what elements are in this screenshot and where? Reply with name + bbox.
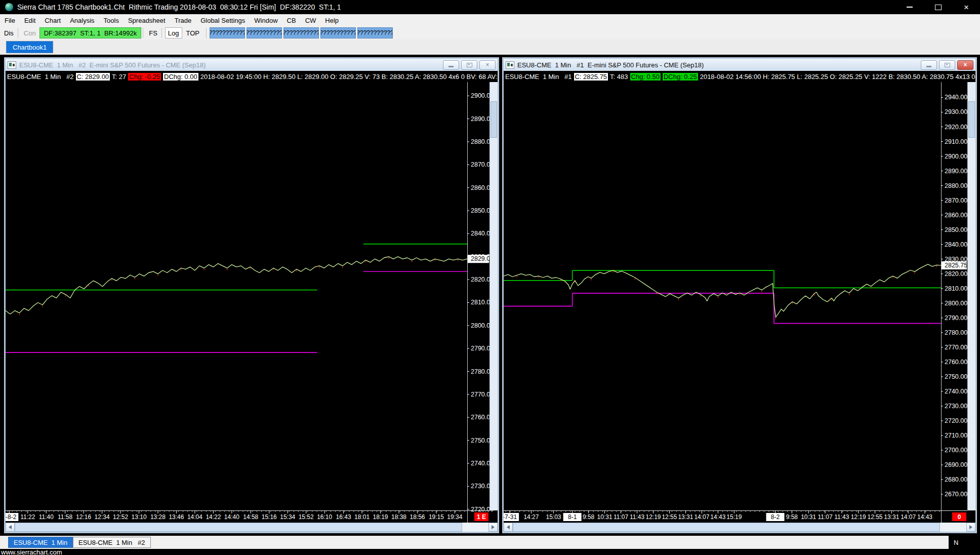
svg-text:11:07: 11:07 [614, 513, 628, 521]
chart-canvas[interactable]: 2940.002930.002920.002910.002900.002890.… [504, 82, 975, 523]
chart-canvas[interactable]: 2900.002890.002880.002870.002860.002850.… [6, 82, 498, 523]
horizontal-scrollbar-thumb[interactable] [15, 523, 462, 532]
svg-text:10:31: 10:31 [801, 513, 816, 521]
scrollbar-track[interactable] [462, 523, 488, 532]
svg-text:14:58: 14:58 [243, 513, 258, 521]
svg-text:11:43: 11:43 [834, 513, 849, 521]
menu-item-tools[interactable]: Tools [99, 14, 124, 26]
dis-button[interactable]: Dis [2, 28, 16, 38]
svg-text:2670.00: 2670.00 [945, 491, 967, 498]
scrollbar-track[interactable] [940, 523, 966, 532]
status-segment-1: C: 2829.00 [76, 73, 110, 81]
feed-indicator: 0 [952, 512, 966, 521]
svg-text:2890.00: 2890.00 [945, 168, 967, 175]
chart-window-titlebar[interactable]: ESU8-CME 1 Min #2 E-mini S&P 500 Futures… [6, 59, 498, 71]
vertical-scrollbar[interactable] [489, 82, 498, 510]
window-close-button[interactable]: × [957, 60, 973, 70]
status-segment-0: ESU8-CME 1 Min #2 [7, 73, 74, 81]
chart-tab-2[interactable]: ESU8-CME 1 Min #2 [73, 537, 151, 548]
chart-window-icon [506, 61, 514, 69]
fs-button[interactable]: FS [146, 28, 160, 38]
svg-text:14:07: 14:07 [694, 513, 709, 521]
chart-window-2: ESU8-CME 1 Min #1 E-mini S&P 500 Futures… [502, 57, 977, 533]
svg-text:3-8-2: 3-8-2 [6, 513, 17, 521]
close-button[interactable]: × [960, 3, 973, 12]
vertical-scrollbar-thumb[interactable] [968, 101, 975, 138]
app-icon [5, 3, 13, 11]
feed-indicator: 1 E [474, 512, 488, 521]
scroll-left-arrow[interactable] [6, 523, 15, 532]
svg-text:9:58: 9:58 [786, 513, 798, 521]
minimize-button[interactable] [903, 3, 916, 12]
horizontal-scrollbar[interactable] [504, 523, 975, 532]
svg-text:13:46: 13:46 [169, 513, 184, 521]
svg-text:2750.00: 2750.00 [945, 373, 967, 380]
menu-item-spreadsheet[interactable]: Spreadsheet [124, 14, 170, 26]
app-titlebar[interactable]: Sierra Chart 1785 Chartbook1.Cht Rithmic… [0, 0, 980, 14]
svg-text:15:34: 15:34 [280, 513, 295, 521]
menu-item-window[interactable]: Window [250, 14, 282, 26]
svg-text:11:43: 11:43 [630, 513, 644, 521]
toolbar-unknown-button-3[interactable]: ????????????? [283, 27, 319, 38]
tab-bar-right-label: N [949, 536, 980, 549]
con-button[interactable]: Con [21, 28, 38, 38]
svg-text:18:01: 18:01 [354, 513, 370, 521]
restore-button[interactable] [931, 3, 945, 12]
svg-text:14:22: 14:22 [206, 513, 221, 521]
scroll-right-arrow[interactable] [966, 523, 975, 532]
toolbar-unknown-button-5[interactable]: ????????????? [357, 27, 393, 38]
menu-item-edit[interactable]: Edit [20, 14, 40, 26]
menu-item-cw[interactable]: CW [301, 14, 321, 26]
toolbar-unknown-button-2[interactable]: ????????????? [247, 27, 282, 38]
svg-text:2770.00: 2770.00 [945, 344, 967, 351]
svg-text:9:58: 9:58 [583, 513, 595, 521]
status-segment-3: Chg: 0.50 [630, 73, 661, 81]
chart-window-titlebar[interactable]: ESU8-CME 1 Min #1 E-mini S&P 500 Futures… [504, 59, 975, 71]
svg-text:12:34: 12:34 [95, 513, 110, 521]
log-button[interactable]: Log [165, 27, 182, 38]
svg-text:15:16: 15:16 [262, 513, 277, 521]
svg-text:11:58: 11:58 [58, 513, 72, 521]
chartbook-tab-chartbook1[interactable]: Chartbook1 [6, 41, 53, 53]
svg-text:2740.00: 2740.00 [945, 388, 967, 395]
toolbar-unknown-button-4[interactable]: ????????????? [320, 27, 356, 38]
menu-item-help[interactable]: Help [320, 14, 343, 26]
chart-window-title: ESU8-CME 1 Min #2 E-mini S&P 500 Futures… [19, 61, 206, 69]
chart-status-line: ESU8-CME 1 Min #2C: 2829.00T: 27Chg: -0.… [6, 71, 498, 82]
menu-item-analysis[interactable]: Analysis [65, 14, 99, 26]
top-button[interactable]: TOP [184, 28, 202, 38]
svg-text:2930.00: 2930.00 [945, 108, 967, 115]
menu-item-file[interactable]: File [0, 14, 20, 26]
svg-text:2810.00: 2810.00 [945, 285, 967, 292]
svg-text:12:19: 12:19 [645, 513, 661, 521]
toolbar-unknown-button-1[interactable]: ????????????? [210, 27, 245, 38]
menu-item-global-settings[interactable]: Global Settings [196, 14, 250, 26]
svg-text:2910.00: 2910.00 [945, 138, 967, 145]
window-restore-button[interactable] [939, 60, 955, 70]
svg-text:11:22: 11:22 [20, 513, 35, 521]
scroll-left-arrow[interactable] [504, 523, 513, 532]
svg-text:-7-31: -7-31 [504, 513, 517, 521]
svg-text:13:28: 13:28 [150, 513, 166, 521]
toolbar-separator [206, 28, 207, 38]
horizontal-scrollbar[interactable] [6, 523, 498, 532]
menu-item-chart[interactable]: Chart [40, 14, 65, 26]
menu-item-trade[interactable]: Trade [170, 14, 196, 26]
scroll-right-arrow[interactable] [488, 523, 498, 532]
chart-window-title: ESU8-CME 1 Min #1 E-mini S&P 500 Futures… [517, 61, 704, 69]
status-segment-4: DChg: 0.00 [163, 73, 198, 81]
window-minimize-button[interactable] [443, 60, 459, 70]
app-title: Sierra Chart 1785 Chartbook1.Cht Rithmic… [17, 3, 341, 11]
svg-text:2730.00: 2730.00 [945, 403, 967, 410]
window-minimize-button[interactable] [921, 60, 937, 70]
horizontal-scrollbar-thumb[interactable] [513, 523, 940, 532]
chart-status-line: ESU8-CME 1 Min #1C: 2825.75T: 483Chg: 0.… [504, 71, 975, 82]
svg-text:2825.75: 2825.75 [945, 262, 967, 269]
svg-text:2850.00: 2850.00 [945, 226, 967, 233]
vertical-scrollbar-thumb[interactable] [491, 101, 497, 138]
window-close-button[interactable]: × [479, 60, 496, 70]
menu-item-cb[interactable]: CB [282, 14, 301, 26]
window-restore-button[interactable] [461, 60, 477, 70]
chart-tab-bar: N ESU8-CME 1 Min #1ESU8-CME 1 Min #2 [0, 536, 980, 549]
vertical-scrollbar[interactable] [967, 82, 975, 510]
